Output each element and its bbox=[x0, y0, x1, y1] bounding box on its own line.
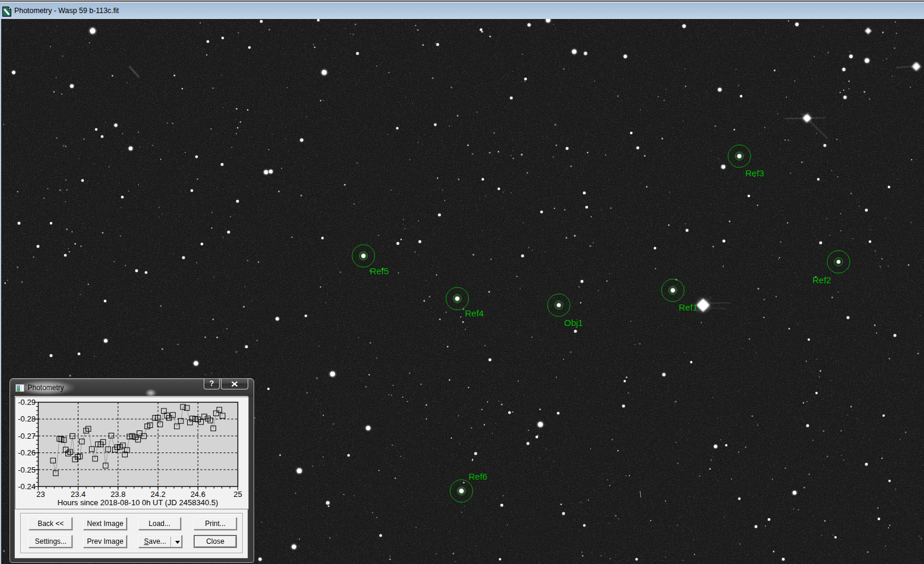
svg-text:-0.25: -0.25 bbox=[18, 465, 36, 474]
svg-text:25: 25 bbox=[233, 490, 242, 499]
svg-text:Ref4: Ref4 bbox=[465, 308, 484, 318]
svg-text:23.4: 23.4 bbox=[71, 490, 86, 499]
svg-text:Obj1: Obj1 bbox=[564, 318, 583, 328]
svg-text:-0.24: -0.24 bbox=[18, 482, 36, 491]
svg-text:23: 23 bbox=[36, 490, 45, 499]
svg-text:Ref2: Ref2 bbox=[812, 275, 831, 285]
svg-text:24.2: 24.2 bbox=[150, 490, 165, 499]
svg-text:-0.26: -0.26 bbox=[18, 448, 36, 457]
svg-text:Ref5: Ref5 bbox=[370, 266, 389, 276]
svg-text:-0.28: -0.28 bbox=[18, 414, 36, 423]
svg-text:Ref1: Ref1 bbox=[679, 302, 698, 312]
svg-text:Hours since 2018-08-10 0h UT (: Hours since 2018-08-10 0h UT (JD 2458340… bbox=[58, 498, 219, 507]
svg-text:-0.29: -0.29 bbox=[18, 398, 36, 407]
svg-text:Ref6: Ref6 bbox=[469, 471, 488, 481]
svg-text:-0.27: -0.27 bbox=[18, 432, 36, 441]
svg-text:24.6: 24.6 bbox=[191, 490, 205, 499]
svg-text:Ref3: Ref3 bbox=[745, 168, 764, 178]
svg-text:23.8: 23.8 bbox=[110, 490, 125, 499]
